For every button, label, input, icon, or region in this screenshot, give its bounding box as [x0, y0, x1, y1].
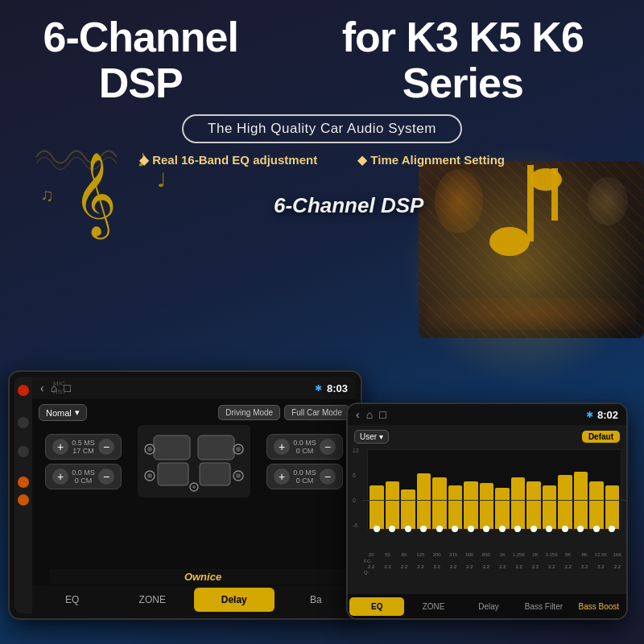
scale-12: 12 — [353, 448, 359, 453]
eq-q-8: 2.2 — [495, 564, 510, 569]
devices-container: MIC RST ‹ ⌂ □ ✱ 8:03 — [8, 370, 636, 620]
eq-freq-labels: 2050801252003155008001K1.25K2K3.15K5K8K1… — [362, 552, 626, 557]
eq-bar-12[interactable] — [558, 450, 572, 529]
eq-bar-3[interactable] — [417, 450, 431, 529]
menu-button[interactable] — [18, 417, 29, 428]
eq-bar-0[interactable] — [369, 450, 384, 529]
eq-bar-13[interactable] — [574, 450, 588, 529]
eq-freq-8: 1K — [495, 552, 510, 557]
eq-bar-fill-8 — [495, 488, 510, 529]
eq-home-icon[interactable]: ⌂ — [366, 408, 373, 421]
screen-content: Nomal ▾ Driving Mode Full Car Mode — [32, 399, 356, 502]
car-seats-area: + 0.5 MS 17 CM − + 0.0 MS — [39, 425, 349, 497]
mode-label: Nomal — [46, 408, 72, 418]
eq-tab-delay[interactable]: Delay — [461, 597, 516, 616]
mode-buttons: Driving Mode Full Car Mode — [218, 405, 349, 420]
mode-selector[interactable]: Nomal ▾ — [39, 404, 87, 421]
eq-freq-2: 80 — [397, 552, 411, 557]
delay-minus-1[interactable]: + — [52, 439, 68, 455]
eq-q-13: 2.2 — [577, 564, 592, 569]
eq-freq-0: 20 — [364, 552, 378, 557]
eq-bar-10[interactable] — [526, 450, 541, 529]
eq-mode-arrow: ▾ — [379, 432, 383, 441]
delay-cm-3: 0 CM — [293, 447, 316, 455]
side-buttons — [14, 377, 32, 613]
eq-apps-icon[interactable]: □ — [379, 408, 386, 421]
eq-freq-6: 500 — [462, 552, 477, 557]
delay-plus-2[interactable]: − — [98, 469, 114, 485]
eq-nav-left: ‹ ⌂ □ — [356, 408, 386, 421]
driving-mode-btn[interactable]: Driving Mode — [218, 405, 280, 420]
eq-back-icon[interactable]: ‹ — [356, 408, 360, 421]
delay-plus-4[interactable]: − — [320, 469, 336, 485]
delay-val-4: 0.0 MS 0 CM — [293, 469, 316, 485]
eq-q-12: 2.2 — [561, 564, 576, 569]
vol-up-button[interactable] — [18, 477, 29, 488]
delay-minus-4[interactable]: + — [274, 469, 290, 485]
tab-ba[interactable]: Ba — [276, 588, 357, 612]
eq-q-9: 2.2 — [511, 564, 526, 569]
eq-bar-5[interactable] — [448, 450, 463, 529]
eq-freq-4: 200 — [430, 552, 444, 557]
eq-freq-1: 50 — [380, 552, 394, 557]
eq-bar-fill-2 — [401, 489, 415, 529]
back-button[interactable] — [18, 446, 29, 457]
eq-bar-fill-15 — [605, 485, 620, 529]
eq-bar-fill-5 — [448, 485, 463, 529]
delay-minus-3[interactable]: + — [274, 439, 290, 455]
bluetooth-icon: ✱ — [315, 383, 322, 394]
device-eq: ‹ ⌂ □ ✱ 8:02 User ▾ Defaut — [346, 402, 628, 620]
dsp-overlay-label: 6-Channel DSP — [274, 193, 423, 218]
eq-bar-fill-10 — [526, 481, 541, 529]
delay-val-2: 0.0 MS 0 CM — [72, 469, 95, 485]
eq-q-label-row: Q: — [362, 570, 626, 575]
eq-bar-fill-12 — [558, 475, 572, 529]
vol-down-button[interactable] — [18, 494, 29, 506]
mode-arrow: ▾ — [75, 407, 80, 418]
svg-rect-4 — [154, 436, 190, 460]
eq-bar-7[interactable] — [480, 450, 494, 529]
eq-bottom-tabs: EQ ZONE Delay Bass Filter Bass Boost — [348, 594, 626, 618]
eq-q-0: 2.2 — [364, 564, 378, 569]
eq-tab-eq[interactable]: EQ — [349, 597, 404, 616]
eq-bar-fill-4 — [432, 477, 447, 529]
eq-tab-bass-boost[interactable]: Bass Boost — [572, 597, 626, 616]
eq-mode-selector[interactable]: User ▾ — [354, 430, 389, 444]
device-main: MIC RST ‹ ⌂ □ ✱ 8:03 — [8, 370, 362, 620]
eq-tab-bass-filter[interactable]: Bass Filter — [516, 597, 571, 616]
eq-freq-12: 5K — [561, 552, 576, 557]
music-note-2-icon: ♩ — [157, 169, 166, 192]
eq-freq-10: 2K — [528, 552, 543, 557]
tab-delay[interactable]: Delay — [194, 588, 275, 612]
tab-zone[interactable]: ZONE — [113, 588, 193, 612]
eq-freq-3: 125 — [413, 552, 427, 557]
car-seats-graphic — [138, 425, 250, 497]
svg-point-0 — [489, 227, 530, 256]
eq-bar-1[interactable] — [386, 450, 400, 529]
eq-bar-fill-0 — [369, 485, 384, 529]
power-button[interactable] — [18, 385, 29, 396]
eq-bar-9[interactable] — [511, 450, 526, 529]
scale-0: 0 — [353, 497, 359, 503]
eq-default-btn[interactable]: Defaut — [582, 431, 620, 443]
eq-bar-15[interactable] — [605, 450, 620, 529]
eq-bar-14[interactable] — [589, 450, 604, 529]
delay-minus-2[interactable]: + — [52, 469, 68, 485]
eq-tab-zone[interactable]: ZONE — [406, 597, 460, 616]
back-nav-icon[interactable]: ‹ — [40, 382, 44, 394]
eq-bar-11[interactable] — [543, 450, 557, 529]
mic-label: MIC — [53, 380, 65, 387]
page-title: 6-Channel DSP — [0, 14, 282, 106]
eq-bar-fill-11 — [543, 485, 557, 529]
eq-bar-6[interactable] — [464, 450, 478, 529]
eq-bar-2[interactable] — [401, 450, 415, 529]
tab-eq[interactable]: EQ — [32, 588, 113, 612]
eq-bar-8[interactable] — [495, 450, 510, 529]
subtitle-series: for K3 K5 K6 Series — [282, 14, 644, 106]
eq-bar-4[interactable] — [432, 450, 447, 529]
delay-plus-3[interactable]: − — [320, 439, 336, 455]
eq-q-6: 2.2 — [462, 564, 477, 569]
top-controls: Nomal ▾ Driving Mode Full Car Mode — [39, 404, 349, 421]
delay-plus-1[interactable]: − — [98, 439, 114, 455]
full-car-mode-btn[interactable]: Full Car Mode — [284, 405, 349, 420]
